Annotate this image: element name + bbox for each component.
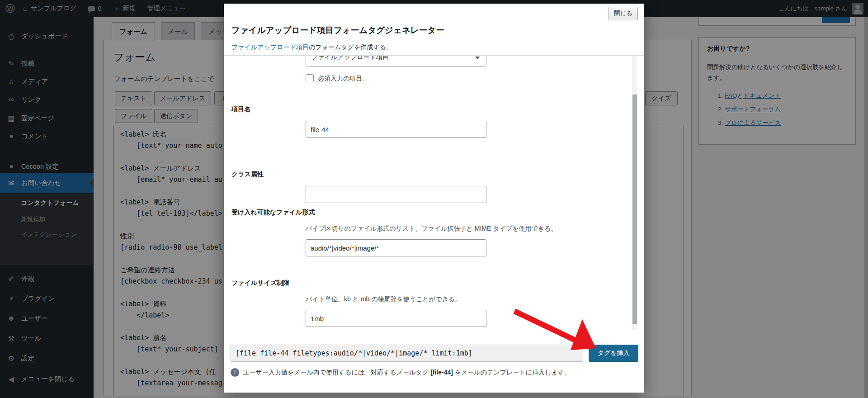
filetypes-label: 受け入れ可能なファイル形式	[231, 208, 315, 217]
filesize-input[interactable]	[306, 310, 486, 327]
filesize-desc: バイト単位。kb と mb の接尾辞を使うことができる。	[306, 295, 461, 303]
class-attr-input[interactable]	[306, 186, 486, 203]
tag-type-value: ファイルアップロード項目	[311, 55, 389, 62]
chevron-down-icon	[475, 57, 480, 59]
modal-scrollbar-thumb[interactable]	[632, 95, 637, 324]
class-attr-label: クラス属性	[231, 171, 264, 179]
modal-intro: ファイルアップロード項目のフォームタグを作成する。	[231, 43, 392, 52]
close-button[interactable]: 閉じる	[609, 7, 638, 20]
field-name-input[interactable]	[306, 121, 486, 138]
generated-tag-output[interactable]	[231, 345, 583, 362]
modal-title: ファイルアップロード項目フォームタグジェネレーター	[231, 24, 444, 36]
file-upload-docs-link[interactable]: ファイルアップロード項目	[231, 43, 309, 51]
required-checkbox[interactable]	[306, 74, 314, 82]
filetypes-input[interactable]	[306, 239, 486, 256]
required-label: 必須入力の項目。	[318, 75, 368, 83]
field-name-label: 項目名	[231, 105, 250, 114]
mail-tag-code: [file-44]	[430, 369, 453, 376]
modal-scrollbar-track[interactable]	[632, 56, 637, 330]
filetypes-desc: パイプ区切りのファイル形式のリスト。ファイル拡張子と MIME タイプを使用でき…	[306, 225, 557, 233]
filesize-label: ファイルサイズ制限	[231, 279, 289, 287]
modal-scroll-body: ファイルアップロード項目 必須入力の項目。 項目名 クラス属性 受け入れ可能なフ…	[224, 55, 644, 330]
tag-type-select[interactable]: ファイルアップロード項目	[306, 55, 486, 66]
info-icon: i	[231, 368, 239, 377]
insert-tag-button[interactable]: タグを挿入	[589, 345, 638, 362]
mail-tag-hint: i ユーザー入力値をメール内で使用するには、対応するメールタグ [file-44…	[231, 368, 571, 377]
tag-generator-modal: 閉じる ファイルアップロード項目フォームタグジェネレーター ファイルアップロード…	[224, 4, 644, 393]
